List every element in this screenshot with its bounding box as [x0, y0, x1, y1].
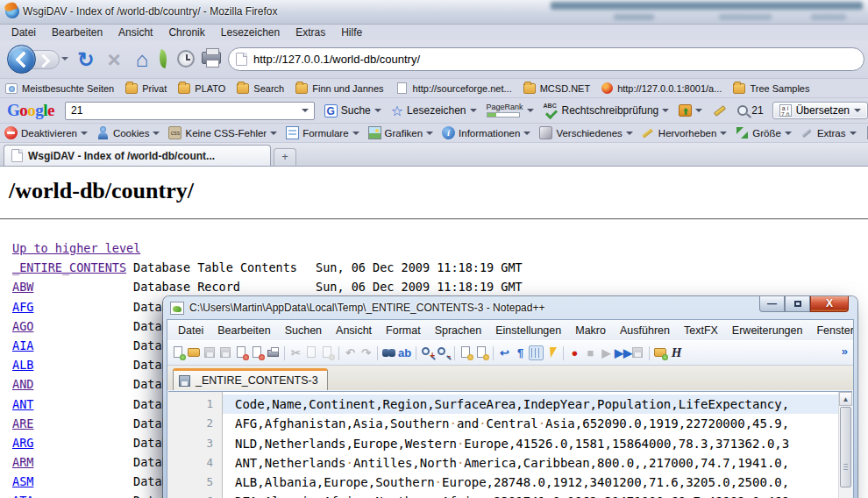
editor-scrollbar[interactable]: ▲: [838, 392, 852, 498]
cut-icon[interactable]: ✂: [288, 345, 303, 360]
search-dropdown-icon[interactable]: [302, 109, 309, 116]
open-file-icon[interactable]: [187, 345, 202, 360]
dropdown-icon[interactable]: [153, 132, 160, 139]
npp-menu-einstellungen[interactable]: Einstellungen: [488, 323, 568, 338]
restore-button[interactable]: [785, 296, 810, 312]
notepadpp-titlebar[interactable]: C:\Users\Martin\AppData\Local\Temp\_ENTI…: [163, 296, 857, 319]
editor-line-text[interactable]: ALB,Albania,Europe,Southern·Europe,28748…: [223, 473, 838, 492]
stop-macro-icon[interactable]: ■: [583, 345, 598, 360]
bookmark-item[interactable]: Finn und Jannes: [295, 83, 383, 94]
devtool-verschiedenes[interactable]: Verschiedenes: [539, 126, 632, 139]
copy-icon[interactable]: [304, 345, 319, 360]
run-macro-multiple-icon[interactable]: ▶▶: [615, 345, 630, 360]
sync-horizontal-icon[interactable]: [474, 345, 489, 360]
word-wrap-icon[interactable]: ↩: [497, 345, 512, 360]
dropdown-icon[interactable]: [527, 109, 534, 116]
entry-link[interactable]: _ENTIRE_CONTENTS: [12, 258, 126, 277]
close-all-icon[interactable]: [250, 345, 265, 360]
entry-link[interactable]: ARG: [12, 433, 33, 452]
url-bar[interactable]: http://127.0.0.1/world-db/country/: [228, 47, 864, 71]
dropdown-icon[interactable]: [81, 132, 88, 139]
devtool-keine-css-fehler[interactable]: Keine CSS-Fehler: [168, 126, 277, 139]
entry-link[interactable]: ARM: [12, 452, 33, 472]
dropdown-icon[interactable]: [662, 109, 669, 116]
dropdown-icon[interactable]: [850, 132, 857, 139]
history-dropdown-icon[interactable]: [61, 57, 68, 64]
save-macro-icon[interactable]: [630, 345, 645, 360]
google-search-button[interactable]: G Suche: [324, 104, 381, 117]
dropdown-icon[interactable]: [720, 132, 727, 139]
minimize-button[interactable]: —: [759, 296, 785, 312]
dropdown-icon[interactable]: [374, 109, 381, 116]
menu-lesezeichen[interactable]: Lesezeichen: [215, 25, 286, 39]
play-macro-icon[interactable]: ▶: [599, 345, 614, 360]
bookmark-item[interactable]: Tree Samples: [733, 83, 809, 94]
bookmark-item[interactable]: MCSD.NET: [523, 83, 590, 94]
dropdown-icon[interactable]: [785, 132, 792, 139]
bookmark-item[interactable]: PLATO: [178, 83, 225, 94]
entry-link[interactable]: AGO: [12, 317, 33, 336]
paste-icon[interactable]: [320, 345, 335, 360]
dropdown-icon[interactable]: [523, 132, 530, 139]
npp-menu-datei[interactable]: Datei: [171, 323, 210, 338]
devtool-quellte[interactable]: Quellte: [865, 126, 868, 139]
function-completion-icon[interactable]: [544, 345, 559, 360]
document-tab[interactable]: _ENTIRE_CONTENTS-3: [173, 368, 328, 390]
google-search-input[interactable]: 21: [65, 102, 315, 120]
autofill-button[interactable]: [679, 104, 702, 117]
tab-wsgidav[interactable]: WsgiDAV - Index of /world-db/count...: [4, 145, 271, 166]
entry-link[interactable]: ANT: [12, 395, 33, 414]
entry-link[interactable]: AFG: [12, 297, 33, 317]
toolbar-overflow-icon[interactable]: »: [842, 345, 848, 358]
print-button[interactable]: [202, 52, 221, 64]
editor-line-text[interactable]: Code,Name,Continent,Region,SurfaceArea,I…: [223, 395, 838, 414]
bookmark-item[interactable]: http://sourceforge.net...: [395, 82, 512, 94]
scrollbar-thumb[interactable]: [840, 407, 851, 487]
url-text[interactable]: http://127.0.0.1/world-db/country/: [253, 53, 420, 66]
bookmark-item[interactable]: Search: [237, 83, 284, 94]
devtool-extras[interactable]: Extras: [800, 126, 857, 139]
devtool-hervorheben[interactable]: Hervorheben: [642, 126, 727, 139]
open-containing-folder-icon[interactable]: [653, 345, 668, 360]
google-bookmarks-button[interactable]: ☆ Lesezeichen: [391, 103, 477, 119]
entry-link[interactable]: ATA: [12, 491, 33, 498]
zoom-indicator[interactable]: 21: [737, 104, 763, 117]
translate-button[interactable]: a í 7 ö Übersetzen: [772, 102, 868, 119]
indent-guide-icon[interactable]: [529, 345, 544, 360]
print-icon[interactable]: [266, 345, 281, 360]
menu-chronik[interactable]: Chronik: [162, 25, 210, 39]
devtool-informationen[interactable]: Informationen: [442, 126, 530, 139]
dropdown-icon[interactable]: [470, 109, 477, 116]
dropdown-icon[interactable]: [626, 132, 633, 139]
leaf-extension-icon[interactable]: [157, 49, 170, 68]
pagerank-widget[interactable]: PageRank: [487, 103, 534, 117]
devtool-grafiken[interactable]: Grafiken: [368, 126, 433, 139]
entry-link[interactable]: AIA: [12, 336, 33, 355]
bookmark-item[interactable]: Privat: [125, 83, 167, 94]
editor-line-text[interactable]: DZA,Algeria,Africa,Northern·Africa,23817…: [223, 492, 838, 498]
up-to-higher-level-link[interactable]: Up to higher level: [12, 238, 140, 258]
npp-menu-fenster[interactable]: Fenster: [809, 323, 854, 338]
record-macro-icon[interactable]: ●: [567, 345, 582, 360]
sync-vertical-icon[interactable]: [459, 345, 473, 360]
view-in-html-icon[interactable]: H: [669, 345, 684, 360]
devtool-gr-e[interactable]: Größe: [736, 126, 792, 139]
replace-icon[interactable]: ab: [397, 345, 412, 360]
stop-button[interactable]: ×: [102, 47, 126, 72]
npp-menu-makro[interactable]: Makro: [568, 323, 613, 338]
zoom-out-icon[interactable]: -: [436, 345, 451, 360]
history-clock-icon[interactable]: [177, 50, 195, 68]
menu-extras[interactable]: Extras: [289, 25, 331, 39]
firefox-titlebar[interactable]: WsgiDAV - Index of /world-db/country/ - …: [0, 0, 868, 25]
menu-bearbeiten[interactable]: Bearbeiten: [46, 25, 109, 39]
editor-line-text[interactable]: AFG,Afghanistan,Asia,Southern·and·Centra…: [223, 414, 838, 433]
devtool-cookies[interactable]: Cookies: [96, 126, 160, 139]
dropdown-icon[interactable]: [352, 132, 359, 139]
dropdown-icon[interactable]: [270, 132, 277, 139]
npp-menu-erweiterungen[interactable]: Erweiterungen: [725, 323, 810, 338]
npp-menu-format[interactable]: Format: [379, 323, 428, 338]
entry-link[interactable]: AND: [12, 374, 33, 394]
editor-line-text[interactable]: ANT,Netherlands·Antilles,North·America,C…: [223, 453, 838, 473]
entry-link[interactable]: ASM: [12, 472, 33, 491]
show-all-characters-icon[interactable]: ¶: [513, 345, 528, 360]
